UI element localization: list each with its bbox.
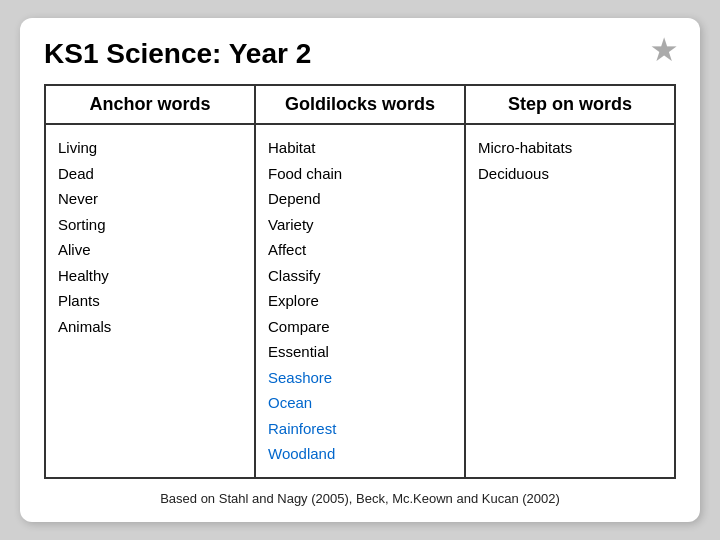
anchor-header: Anchor words (46, 86, 254, 125)
list-item: Ocean (268, 390, 452, 416)
list-item: Dead (58, 161, 242, 187)
goldilocks-body: HabitatFood chainDependVarietyAffectClas… (256, 125, 464, 477)
list-item: Essential (268, 339, 452, 365)
list-item: Rainforest (268, 416, 452, 442)
list-item: Classify (268, 263, 452, 289)
step-body: Micro-habitatsDeciduous (466, 125, 674, 385)
list-item: Animals (58, 314, 242, 340)
list-item: Compare (268, 314, 452, 340)
anchor-body: LivingDeadNeverSortingAliveHealthyPlants… (46, 125, 254, 385)
list-item: Sorting (58, 212, 242, 238)
list-item: Plants (58, 288, 242, 314)
step-column: Step on words Micro-habitatsDeciduous (466, 84, 676, 479)
goldilocks-column: Goldilocks words HabitatFood chainDepend… (256, 84, 466, 479)
list-item: Deciduous (478, 161, 662, 187)
list-item: Living (58, 135, 242, 161)
list-item: Seashore (268, 365, 452, 391)
list-item: Woodland (268, 441, 452, 467)
list-item: Alive (58, 237, 242, 263)
title-text: KS1 Science: Year 2 (44, 38, 311, 69)
star-icon: ★ (651, 34, 676, 67)
list-item: Never (58, 186, 242, 212)
list-item: Food chain (268, 161, 452, 187)
columns-container: Anchor words LivingDeadNeverSortingAlive… (44, 84, 676, 479)
step-header: Step on words (466, 86, 674, 125)
list-item: Explore (268, 288, 452, 314)
list-item: Habitat (268, 135, 452, 161)
list-item: Micro-habitats (478, 135, 662, 161)
main-card: KS1 Science: Year 2 ★ Anchor words Livin… (20, 18, 700, 522)
goldilocks-header: Goldilocks words (256, 86, 464, 125)
list-item: Healthy (58, 263, 242, 289)
list-item: Depend (268, 186, 452, 212)
page-title: KS1 Science: Year 2 ★ (44, 38, 676, 70)
footer-text: Based on Stahl and Nagy (2005), Beck, Mc… (44, 491, 676, 506)
anchor-column: Anchor words LivingDeadNeverSortingAlive… (44, 84, 256, 479)
list-item: Variety (268, 212, 452, 238)
list-item: Affect (268, 237, 452, 263)
